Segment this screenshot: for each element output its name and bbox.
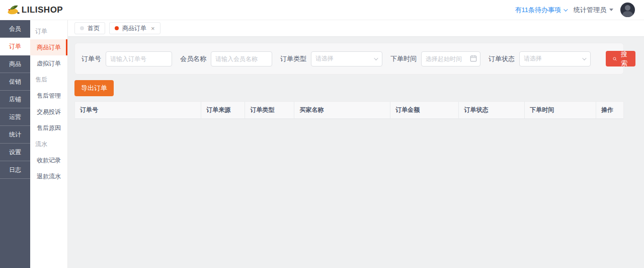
column-header: 订单状态	[459, 102, 525, 119]
tab-active-dot-icon	[115, 26, 119, 30]
chevron-down-icon	[374, 56, 378, 60]
column-header: 订单来源	[201, 102, 245, 119]
select-placeholder: 请选择	[524, 54, 542, 63]
todo-dropdown[interactable]: 有11条待办事项	[515, 6, 567, 15]
submenu-section-售后[interactable]: 售后	[30, 72, 67, 88]
user-menu[interactable]: 统计管理员	[574, 6, 613, 15]
search-icon	[613, 56, 617, 62]
table-header-row: 订单号订单来源订单类型买家名称订单金额订单状态下单时间操作	[75, 102, 623, 119]
orders-table-card: 订单号订单来源订单类型买家名称订单金额订单状态下单时间操作	[74, 101, 624, 119]
submenu-item-售后管理[interactable]: 售后管理	[30, 88, 67, 104]
field-label: 订单号	[82, 54, 101, 63]
calendar-icon	[470, 55, 477, 62]
brand-logo: LILISHOP	[0, 0, 68, 20]
tab-dot-icon	[80, 26, 84, 30]
filter-order-status: 订单状态 请选择	[489, 51, 591, 66]
sidebar-item-促销[interactable]: 促销	[0, 73, 30, 91]
filter-member-name: 会员名称	[180, 51, 272, 66]
filter-order-type: 订单类型 请选择	[280, 51, 382, 66]
member-name-input[interactable]	[211, 51, 272, 66]
search-label: 搜索	[620, 50, 628, 68]
field-label: 订单状态	[489, 54, 515, 63]
column-header: 订单号	[75, 102, 201, 119]
page-content: 订单号 会员名称 订单类型 请选择 下单时间	[68, 36, 644, 119]
sidebar-item-统计[interactable]: 统计	[0, 126, 30, 144]
sidebar-item-商品[interactable]: 商品	[0, 55, 30, 73]
field-label: 下单时间	[390, 54, 417, 63]
submenu-item-交易投诉[interactable]: 交易投诉	[30, 104, 67, 120]
order-status-select[interactable]: 请选择	[519, 51, 591, 66]
tab-product-orders[interactable]: 商品订单 ×	[109, 22, 160, 34]
bird-logo-icon	[5, 4, 20, 17]
sidebar-item-日志[interactable]: 日志	[0, 161, 30, 179]
orders-table: 订单号订单来源订单类型买家名称订单金额订单状态下单时间操作	[75, 102, 623, 119]
chevron-down-icon	[564, 7, 568, 11]
sidebar-item-店铺[interactable]: 店铺	[0, 91, 30, 108]
close-icon[interactable]: ×	[151, 25, 155, 32]
sidebar-item-订单[interactable]: 订单	[0, 38, 30, 55]
sidebar-item-设置[interactable]: 设置	[0, 144, 30, 161]
select-placeholder: 请选择	[315, 54, 334, 63]
order-type-select[interactable]: 请选择	[311, 51, 382, 66]
top-header: LILISHOP 有11条待办事项 统计管理员	[0, 0, 644, 20]
sidebar-item-运营[interactable]: 运营	[0, 108, 30, 126]
tab-label: 商品订单	[122, 24, 146, 33]
user-name: 统计管理员	[574, 6, 606, 15]
brand-name: LILISHOP	[22, 5, 63, 15]
chevron-down-icon	[582, 56, 586, 60]
column-header: 买家名称	[294, 102, 390, 119]
submenu-item-商品订单[interactable]: 商品订单	[30, 39, 67, 55]
tab-bar: 首页 商品订单 ×	[68, 20, 644, 36]
filter-bar: 订单号 会员名称 订单类型 请选择 下单时间	[74, 43, 624, 75]
column-header: 操作	[596, 102, 623, 119]
search-button[interactable]: 搜索	[606, 51, 635, 66]
todo-label: 有11条待办事项	[515, 6, 561, 15]
submenu-section-流水[interactable]: 流水	[30, 136, 67, 152]
caret-down-icon	[609, 9, 613, 11]
primary-sidebar: 会员订单商品促销店铺运营统计设置日志	[0, 20, 30, 268]
date-picker[interactable]	[421, 51, 480, 66]
avatar[interactable]	[620, 3, 635, 17]
column-header: 订单类型	[245, 102, 294, 119]
submenu-item-售后原因[interactable]: 售后原因	[30, 120, 67, 136]
header-actions: 有11条待办事项 统计管理员	[515, 3, 644, 17]
tab-home[interactable]: 首页	[74, 22, 105, 34]
column-header: 下单时间	[525, 102, 596, 119]
submenu-item-虚拟订单[interactable]: 虚拟订单	[30, 55, 67, 72]
order-no-input[interactable]	[106, 51, 172, 66]
secondary-sidebar: 订单商品订单虚拟订单售后售后管理交易投诉售后原因流水收款记录退款流水	[30, 20, 68, 268]
submenu-item-收款记录[interactable]: 收款记录	[30, 152, 67, 168]
submenu-section-订单[interactable]: 订单	[30, 23, 67, 39]
filter-order-time: 下单时间	[390, 51, 480, 66]
export-orders-button[interactable]: 导出订单	[74, 80, 114, 96]
filter-order-no: 订单号	[82, 51, 172, 66]
tab-label: 首页	[88, 24, 100, 33]
main-area: 首页 商品订单 × 订单号 会员名称 订单类型 请选择	[68, 20, 644, 268]
column-header: 订单金额	[390, 102, 459, 119]
submenu-item-退款流水[interactable]: 退款流水	[30, 168, 67, 184]
field-label: 会员名称	[180, 54, 206, 63]
sidebar-item-会员[interactable]: 会员	[0, 20, 30, 38]
field-label: 订单类型	[280, 54, 306, 63]
